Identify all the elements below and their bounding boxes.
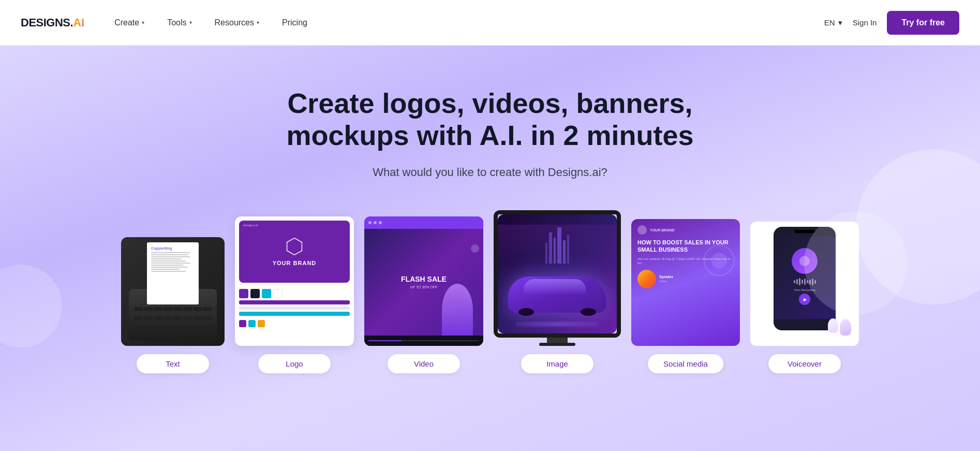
logo-card-label[interactable]: Logo bbox=[258, 354, 331, 373]
building bbox=[545, 243, 547, 264]
monitor-wrapper bbox=[494, 210, 621, 346]
nav-right: EN ▾ Sign In Try for free bbox=[824, 11, 959, 35]
paper-line bbox=[151, 263, 190, 264]
card-social-media: YOUR BRAND HOW TO BOOST SALES IN YOUR SM… bbox=[631, 219, 740, 373]
image-card-label[interactable]: Image bbox=[521, 354, 593, 373]
nav-item-create[interactable]: Create ▾ bbox=[105, 14, 154, 32]
car-roof bbox=[524, 279, 586, 295]
building bbox=[557, 227, 561, 264]
video-top-bar bbox=[364, 216, 483, 229]
color-swatches bbox=[239, 287, 350, 300]
key bbox=[193, 307, 202, 311]
car-body bbox=[508, 277, 606, 313]
typewriter-paper: Copywriting bbox=[147, 242, 199, 304]
chevron-down-icon: ▾ bbox=[838, 18, 842, 27]
key bbox=[144, 325, 153, 329]
try-for-free-button[interactable]: Try for free bbox=[887, 11, 959, 35]
color-swatch-teal bbox=[262, 289, 271, 298]
monitor-base bbox=[539, 343, 575, 346]
key bbox=[203, 307, 212, 311]
paper-line bbox=[151, 256, 190, 257]
video-bottom-bar bbox=[364, 336, 483, 346]
paper-line bbox=[151, 271, 186, 272]
paper-line bbox=[151, 269, 180, 270]
key bbox=[183, 316, 192, 321]
key bbox=[164, 316, 172, 321]
hero-title: Create logos, videos, banners, mockups w… bbox=[257, 87, 723, 151]
card-text: Copywriting bbox=[121, 237, 225, 373]
nav-item-pricing[interactable]: Pricing bbox=[273, 14, 317, 32]
video-progress bbox=[368, 340, 479, 341]
building bbox=[567, 235, 569, 264]
wave-bar bbox=[799, 278, 800, 285]
paper-line bbox=[151, 265, 184, 266]
earbuds bbox=[828, 317, 851, 336]
building bbox=[554, 238, 556, 264]
wheel-right bbox=[581, 308, 596, 316]
typewriter-image: Copywriting bbox=[121, 237, 225, 346]
dot bbox=[368, 221, 372, 224]
language-selector[interactable]: EN ▾ bbox=[824, 18, 842, 27]
paper-line bbox=[151, 258, 182, 259]
paper-line bbox=[151, 252, 190, 253]
text-card-label[interactable]: Text bbox=[137, 354, 209, 373]
logo-text: DESIGNS. bbox=[21, 16, 73, 30]
card-voiceover: Your Recording ▶ Voiceover bbox=[750, 222, 859, 373]
skyline bbox=[545, 227, 569, 264]
hero-subtitle: What would you like to create with Desig… bbox=[373, 166, 607, 179]
wave-bar bbox=[812, 279, 813, 285]
nav-item-tools[interactable]: Tools ▾ bbox=[158, 14, 201, 32]
wheel-left bbox=[518, 308, 534, 316]
key bbox=[173, 316, 182, 321]
dot bbox=[379, 221, 382, 224]
try-label: Try for free bbox=[901, 18, 945, 27]
social-media-card-label[interactable]: Social media bbox=[648, 354, 723, 373]
settings-icon bbox=[471, 244, 479, 253]
hexagon-icon bbox=[285, 237, 304, 256]
dot bbox=[374, 221, 377, 224]
earbud-left bbox=[828, 318, 838, 333]
key bbox=[203, 325, 212, 329]
voiceover-card-label[interactable]: Voiceover bbox=[768, 354, 841, 373]
chevron-down-icon: ▾ bbox=[189, 20, 192, 25]
brand-logo-circle bbox=[637, 225, 647, 235]
wave-bar bbox=[801, 280, 803, 284]
key bbox=[193, 325, 202, 329]
paper-title: Copywriting bbox=[151, 246, 195, 250]
video-label: Video bbox=[414, 359, 434, 368]
hero-section: Create logos, videos, banners, mockups w… bbox=[0, 46, 980, 451]
video-card-label[interactable]: Video bbox=[388, 354, 460, 373]
row-bar bbox=[239, 312, 350, 316]
key bbox=[134, 307, 143, 311]
logo[interactable]: DESIGNS.AI bbox=[21, 16, 84, 30]
speaker-name: Ashley bbox=[659, 280, 673, 283]
key bbox=[203, 316, 212, 321]
key bbox=[144, 316, 153, 321]
social-label: Social media bbox=[663, 359, 708, 368]
phone-screen: Your Recording ▶ bbox=[774, 236, 836, 319]
wave-bar bbox=[796, 279, 798, 284]
nav-pricing-label: Pricing bbox=[282, 18, 307, 27]
city-bg bbox=[498, 225, 617, 266]
recording-label: Your Recording bbox=[794, 288, 815, 292]
chevron-down-icon: ▾ bbox=[142, 20, 144, 25]
signin-button[interactable]: Sign In bbox=[853, 18, 877, 27]
key bbox=[183, 325, 192, 329]
key bbox=[183, 307, 192, 311]
nav-items: Create ▾ Tools ▾ Resources ▾ Pricing bbox=[105, 14, 824, 32]
key bbox=[154, 325, 162, 329]
nav-resources-label: Resources bbox=[215, 18, 254, 27]
logo-row bbox=[239, 312, 350, 316]
logo-header-label: Designs.AI bbox=[243, 224, 258, 227]
building bbox=[549, 232, 552, 264]
brand-label: YOUR BRAND bbox=[650, 228, 674, 232]
key bbox=[164, 325, 172, 329]
text-label: Text bbox=[166, 359, 180, 368]
typewriter-keys bbox=[134, 307, 212, 333]
monitor-frame bbox=[494, 210, 621, 338]
dot-yellow bbox=[258, 320, 265, 327]
voiceover-label: Voiceover bbox=[788, 359, 822, 368]
play-button[interactable]: ▶ bbox=[799, 294, 810, 305]
nav-item-resources[interactable]: Resources ▾ bbox=[205, 14, 269, 32]
paper-line bbox=[151, 254, 188, 255]
